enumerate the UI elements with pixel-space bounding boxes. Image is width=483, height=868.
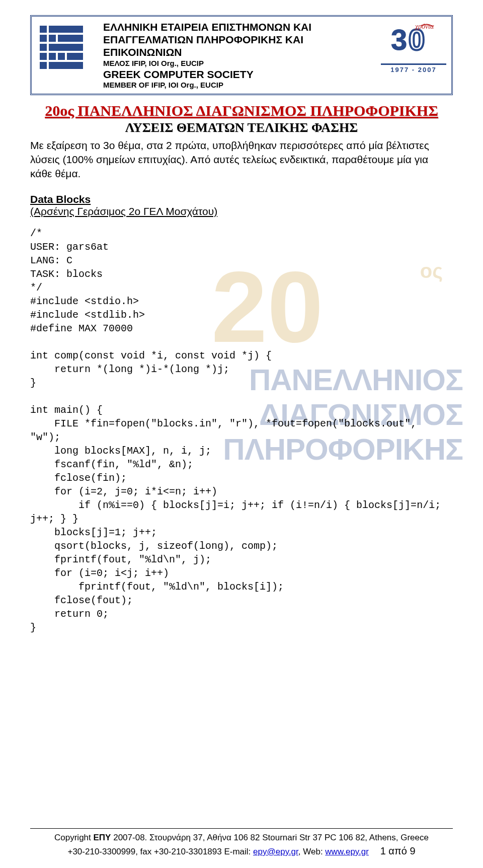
logo-anniversary: 3 0 χρόνια 1977 - 2007 (381, 20, 446, 74)
header-member-gr: ΜΕΛΟΣ IFIP, IOI Org., EUCIP (103, 59, 375, 68)
footer: Copyright ΕΠΥ 2007-08. Στουρνάρη 37, Αθή… (30, 828, 453, 858)
svg-text:3: 3 (391, 23, 407, 56)
page-number: 1 από 9 (380, 844, 416, 858)
anniversary-years: 1977 - 2007 (381, 63, 446, 74)
header-en-line: GREEK COMPUTER SOCIETY (103, 68, 375, 81)
header-text: ΕΛΛΗΝΙΚΗ ΕΤΑΙΡΕΙΑ ΕΠΙΣΤΗΜΟΝΩΝ ΚΑΙ ΕΠΑΓΓΕ… (103, 20, 375, 91)
anniversary-icon: 3 0 χρόνια (386, 20, 441, 62)
document-subtitle: ΛΥΣΕΙΣ ΘΕΜΑΤΩΝ ΤΕΛΙΚΗΣ ΦΑΣΗΣ (30, 120, 453, 135)
footer-email-label: E-mail: (224, 847, 253, 856)
section-title: Data Blocks (30, 193, 453, 205)
intro-paragraph: Με εξαίρεση το 3ο θέμα, στα 2 πρώτα, υπο… (30, 138, 453, 181)
footer-line2: +30-210-3300999, fax +30-210-3301893 E-m… (30, 844, 453, 858)
header-gr-line2: ΕΠΑΓΓΕΛΜΑΤΙΩΝ ΠΛΗΡΟΦΟΡΙΚΗΣ ΚΑΙ (103, 33, 375, 46)
footer-years: 2007-08. (111, 833, 149, 842)
footer-address: Στουρνάρη 37, Αθήνα 106 82 Stournari Str… (149, 833, 429, 842)
header-member-en: MEMBER OF IFIP, IOI Org., EUCIP (103, 81, 375, 90)
page-content: ΕΛΛΗΝΙΚΗ ΕΤΑΙΡΕΙΑ ΕΠΙΣΤΗΜΟΝΩΝ ΚΑΙ ΕΠΑΓΓΕ… (0, 0, 483, 634)
header-box: ΕΛΛΗΝΙΚΗ ΕΤΑΙΡΕΙΑ ΕΠΙΣΤΗΜΟΝΩΝ ΚΑΙ ΕΠΑΓΓΕ… (30, 15, 453, 95)
section-author: (Αρσένης Γεράσιμος 2ο ΓΕΛ Μοσχάτου) (30, 205, 453, 218)
footer-web-link[interactable]: www.epy.gr (325, 847, 369, 856)
footer-phone: +30-210-3300999, fax +30-210-3301893 (67, 847, 224, 856)
header-gr-line1: ΕΛΛΗΝΙΚΗ ΕΤΑΙΡΕΙΑ ΕΠΙΣΤΗΜΟΝΩΝ ΚΑΙ (103, 21, 375, 33)
footer-web-label: , Web: (298, 847, 326, 856)
footer-copyright-prefix: Copyright (54, 833, 93, 842)
document-title: 20ος ΠΑΝΕΛΛΗΝΙΟΣ ΔΙΑΓΩΝΙΣΜΟΣ ΠΛΗΡΟΦΟΡΙΚΗ… (30, 102, 453, 119)
svg-text:χρόνια: χρόνια (414, 23, 434, 30)
footer-line1: Copyright ΕΠΥ 2007-08. Στουρνάρη 37, Αθή… (30, 832, 453, 844)
footer-org: ΕΠΥ (94, 833, 111, 842)
logo-epy (37, 20, 97, 75)
code-block: /* USER: gars6at LANG: C TASK: blocks */… (30, 227, 453, 634)
header-gr-line3: ΕΠΙΚΟΙΝΩΝΙΩΝ (103, 46, 375, 58)
footer-email-link[interactable]: epy@epy.gr (253, 847, 298, 856)
